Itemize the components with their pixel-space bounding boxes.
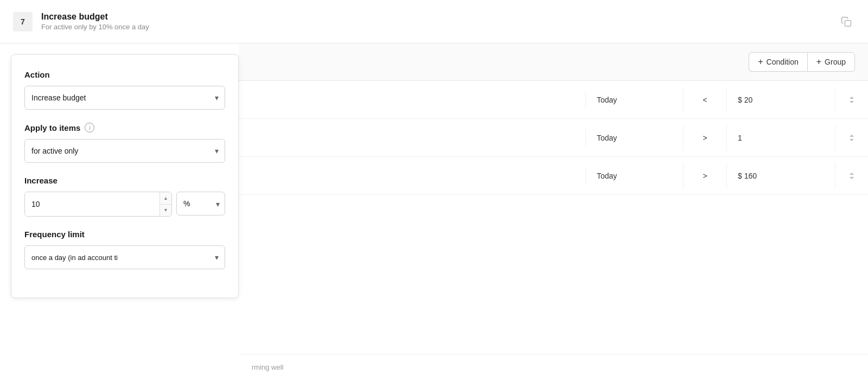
row2-operator: >: [684, 125, 727, 151]
increase-spinner: ▲ ▼: [159, 192, 171, 216]
copy-button[interactable]: [838, 13, 855, 30]
row2-metric: [239, 129, 586, 147]
row1-metric: [239, 91, 586, 109]
right-area: + Condition + Group Today <: [239, 43, 868, 380]
frequency-label: Frequency limit: [24, 230, 225, 239]
plus-condition-icon: +: [758, 57, 763, 67]
increase-number-wrapper: ▲ ▼: [24, 192, 172, 217]
action-select[interactable]: Increase budget: [24, 86, 225, 110]
header-text: Increase budget For active only by 10% o…: [41, 12, 838, 31]
row2-spinner-icon[interactable]: [847, 133, 856, 143]
row1-operator: <: [684, 87, 727, 113]
rule-number-badge: 7: [13, 12, 33, 31]
plus-group-icon: +: [816, 57, 821, 67]
frequency-select-wrapper: once a day (in ad account ti: [24, 245, 225, 269]
svg-rect-0: [845, 20, 851, 26]
row3-operator: >: [684, 163, 727, 189]
apply-info-icon[interactable]: i: [85, 123, 94, 132]
row2-value: 1: [727, 125, 835, 151]
row1-date: Today: [586, 87, 684, 113]
header-title: Increase budget: [41, 12, 838, 22]
action-label: Action: [24, 70, 225, 79]
table-row: Today < $ 20: [239, 81, 868, 119]
increase-up-btn[interactable]: ▲: [160, 192, 171, 205]
increase-section: Increase ▲ ▼ % $: [24, 176, 225, 217]
table-row: Today > 1: [239, 119, 868, 157]
apply-select[interactable]: for active only: [24, 139, 225, 163]
increase-label: Increase: [24, 176, 225, 185]
content-area: Action Increase budget Apply to items i: [0, 43, 868, 380]
row3-action[interactable]: [835, 162, 868, 189]
increase-row: ▲ ▼ % $: [24, 192, 225, 217]
row2-action[interactable]: [835, 124, 868, 151]
increase-number-input[interactable]: [25, 192, 159, 216]
apply-label: Apply to items: [24, 123, 80, 132]
unit-select[interactable]: % $: [176, 192, 225, 216]
action-section: Action Increase budget: [24, 70, 225, 110]
add-condition-label: Condition: [767, 58, 799, 66]
apply-section: Apply to items i for active only: [24, 123, 225, 163]
add-group-button[interactable]: + Group: [807, 52, 855, 72]
header-bar: 7 Increase budget For active only by 10%…: [0, 0, 868, 43]
header-subtitle: For active only by 10% once a day: [41, 23, 838, 31]
row2-date: Today: [586, 125, 684, 151]
conditions-toolbar: + Condition + Group: [239, 43, 868, 81]
action-form-panel: Action Increase budget Apply to items i: [11, 54, 239, 298]
footer-note: rming well: [239, 354, 868, 380]
row3-metric: [239, 167, 586, 185]
unit-select-wrapper: % $: [176, 192, 225, 217]
frequency-select[interactable]: once a day (in ad account ti: [24, 245, 225, 269]
row1-spinner-icon[interactable]: [847, 95, 856, 105]
row3-spinner-icon[interactable]: [847, 171, 856, 181]
table-row: Today > $ 160: [239, 157, 868, 195]
main-container: 7 Increase budget For active only by 10%…: [0, 0, 868, 380]
apply-select-wrapper: for active only: [24, 139, 225, 163]
row1-action[interactable]: [835, 86, 868, 113]
increase-down-btn[interactable]: ▼: [160, 205, 171, 217]
add-group-label: Group: [825, 58, 846, 66]
action-select-wrapper: Increase budget: [24, 86, 225, 110]
conditions-table: Today < $ 20: [239, 81, 868, 354]
row3-value: $ 160: [727, 163, 835, 189]
apply-label-row: Apply to items i: [24, 123, 225, 132]
row1-value: $ 20: [727, 87, 835, 113]
row3-date: Today: [586, 163, 684, 189]
add-condition-button[interactable]: + Condition: [749, 52, 807, 72]
frequency-section: Frequency limit once a day (in ad accoun…: [24, 230, 225, 269]
